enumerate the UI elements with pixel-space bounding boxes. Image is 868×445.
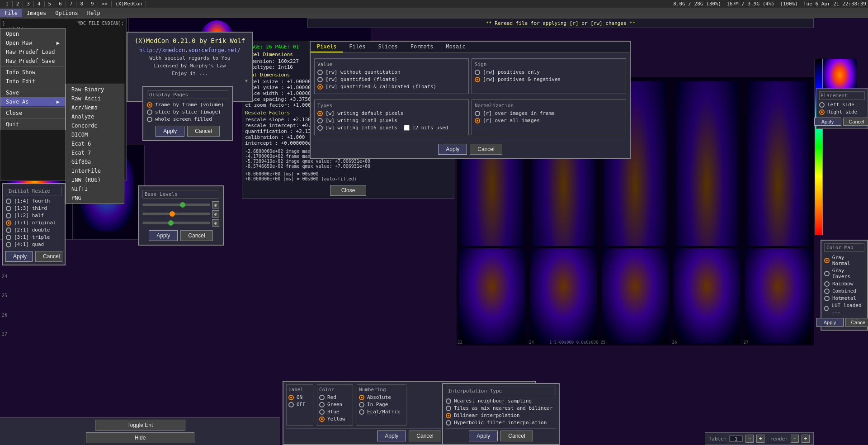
saveas-acr-nema[interactable]: Acr/Nema <box>66 103 124 112</box>
colormap-opt-4[interactable]: Combined <box>824 288 864 294</box>
tab-mosaic[interactable]: Mosaic <box>439 42 472 52</box>
radio-hyperbolic[interactable] <box>446 420 451 426</box>
display-pages-apply[interactable]: Apply <box>156 126 184 137</box>
menu-help[interactable]: Help <box>83 9 105 17</box>
saveas-ecat7[interactable]: Ecat 7 <box>66 148 124 157</box>
types-opt-1[interactable]: [w] writing default pixels <box>317 110 466 116</box>
menu-info-edit[interactable]: Info Edit <box>0 77 65 86</box>
radio-half[interactable] <box>6 213 11 218</box>
placement-cancel[interactable]: Cancel <box>843 118 868 126</box>
menu-save[interactable]: Save <box>0 88 65 97</box>
taskbar-item-6[interactable]: 6 <box>55 1 66 7</box>
color-yellow[interactable]: Yellow <box>319 416 351 422</box>
placement-left[interactable]: left side <box>819 102 865 108</box>
interp-opt-3[interactable]: Bilinear interpolation <box>446 412 556 418</box>
taskbar-item-4[interactable]: 4 <box>34 1 45 7</box>
radio-whole-screen[interactable] <box>147 117 152 122</box>
display-pages-option-3[interactable]: whole screen filled <box>147 116 228 122</box>
radio-third[interactable] <box>6 206 11 211</box>
saveas-ecat6[interactable]: Ecat 6 <box>66 139 124 148</box>
radio-bilinear[interactable] <box>446 413 451 418</box>
resize-opt-7[interactable]: [4:1] quad <box>6 241 62 247</box>
menu-close[interactable]: Close <box>0 109 65 118</box>
tabs-apply-button[interactable]: Apply <box>438 144 467 155</box>
interp-apply-button[interactable]: Apply <box>469 431 498 441</box>
radio-gray-invers[interactable] <box>824 271 830 276</box>
lcn-apply-button[interactable]: Apply <box>377 431 406 441</box>
slider-thumb-2[interactable] <box>170 211 175 217</box>
colormap-opt-2[interactable]: Gray Invers <box>824 268 864 279</box>
value-opt-1[interactable]: [rw] without quantitation <box>317 69 466 75</box>
saveas-analyze[interactable]: Analyze <box>66 112 124 121</box>
lcn-cancel-button[interactable]: Cancel <box>409 431 441 441</box>
saveas-dicom[interactable]: DICOM <box>66 130 124 139</box>
menu-open[interactable]: Open <box>0 29 65 38</box>
slider-track-2[interactable] <box>142 213 210 215</box>
radio-no-quant[interactable] <box>317 70 323 75</box>
menu-images[interactable]: Images <box>22 9 51 17</box>
radio-pos-neg[interactable] <box>475 77 480 82</box>
slider-btn-1[interactable]: ⊕ <box>212 201 219 208</box>
value-opt-2[interactable]: [rw] quantified (floats) <box>317 76 466 82</box>
color-blue[interactable]: Blue <box>319 409 351 415</box>
label-off[interactable]: OFF <box>288 402 311 407</box>
colormap-cancel-button[interactable]: Cancel <box>845 318 868 327</box>
colormap-opt-6[interactable]: LUT loaded ... <box>824 303 864 314</box>
radio-lut-loaded[interactable] <box>824 306 829 311</box>
radio-over-frame[interactable] <box>475 111 480 116</box>
sign-opt-1[interactable]: [rw] positives only <box>475 69 623 75</box>
close-button[interactable]: Close <box>330 185 366 196</box>
saveas-nifti[interactable]: NIfTI <box>66 185 124 194</box>
numbering-ecat[interactable]: Ecat/Matrix <box>359 409 404 415</box>
render-minus[interactable]: − <box>791 435 799 443</box>
radio-frame-by-frame[interactable] <box>147 102 152 108</box>
tab-formats[interactable]: Formats <box>404 42 440 52</box>
radio-fourth[interactable] <box>6 199 11 204</box>
radio-label-off[interactable] <box>288 402 294 407</box>
menu-raw-predef-save[interactable]: Raw Predef Save <box>0 57 65 66</box>
resize-opt-5[interactable]: [2:1] double <box>6 227 62 233</box>
radio-red[interactable] <box>319 395 325 400</box>
menu-options[interactable]: Options <box>51 9 83 17</box>
radio-combined[interactable] <box>824 289 830 294</box>
saveas-png[interactable]: PNG <box>66 194 124 203</box>
display-pages-option-1[interactable]: frame by frame (volume) <box>147 102 228 108</box>
radio-gray-normal[interactable] <box>824 258 830 263</box>
interp-opt-2[interactable]: Tiles as mix nearest and bilinear <box>446 405 556 411</box>
saveas-gif89a[interactable]: Gif89a <box>66 157 124 166</box>
radio-green[interactable] <box>319 402 325 407</box>
taskbar-item-5[interactable]: 5 <box>45 1 56 7</box>
table-minus[interactable]: − <box>745 435 754 443</box>
toggle-button[interactable]: Toggle Ent <box>95 420 185 431</box>
color-red[interactable]: Red <box>319 394 351 400</box>
12bits-checkbox[interactable] <box>404 125 410 131</box>
taskbar-item-xmedcon[interactable]: (X)MedCon <box>112 1 146 7</box>
radio-triple[interactable] <box>6 235 11 240</box>
taskbar-item-1[interactable]: 1 <box>2 1 13 7</box>
radio-original[interactable] <box>6 220 11 226</box>
table-plus[interactable]: + <box>756 435 764 443</box>
slider-track-1[interactable] <box>142 204 210 206</box>
norm-opt-2[interactable]: [r] over all images <box>475 118 623 123</box>
types-opt-3[interactable]: [w] writing Int16 pixels 12 bits used <box>317 125 466 131</box>
tabs-cancel-button[interactable]: Cancel <box>470 144 502 155</box>
radio-hotmetal[interactable] <box>824 296 830 301</box>
placement-right[interactable]: Right side <box>819 109 865 115</box>
sign-opt-2[interactable]: [rw] positives & negatives <box>475 76 623 82</box>
colormap-opt-1[interactable]: Gray Normal <box>824 255 864 266</box>
display-pages-option-2[interactable]: slice by slice (image) <box>147 109 228 115</box>
resize-opt-3[interactable]: [1:2] half <box>6 213 62 218</box>
menu-info-show[interactable]: Info Show <box>0 68 65 77</box>
radio-left-side[interactable] <box>819 102 825 108</box>
norm-opt-1[interactable]: [r] over images in frame <box>475 110 623 116</box>
numbering-absolute[interactable]: Absolute <box>359 394 404 400</box>
color-green[interactable]: Green <box>319 402 351 407</box>
taskbar-item-next[interactable]: >> <box>98 1 112 7</box>
menu-raw-predef-load[interactable]: Raw Predef Load <box>0 47 65 57</box>
saveas-concorde[interactable]: Concorde <box>66 121 124 130</box>
radio-quant-cal[interactable] <box>317 84 323 90</box>
taskbar-item-7[interactable]: 7 <box>66 1 77 7</box>
radio-int16[interactable] <box>317 125 323 131</box>
table-input[interactable] <box>729 436 743 442</box>
radio-pos-only[interactable] <box>475 70 480 75</box>
